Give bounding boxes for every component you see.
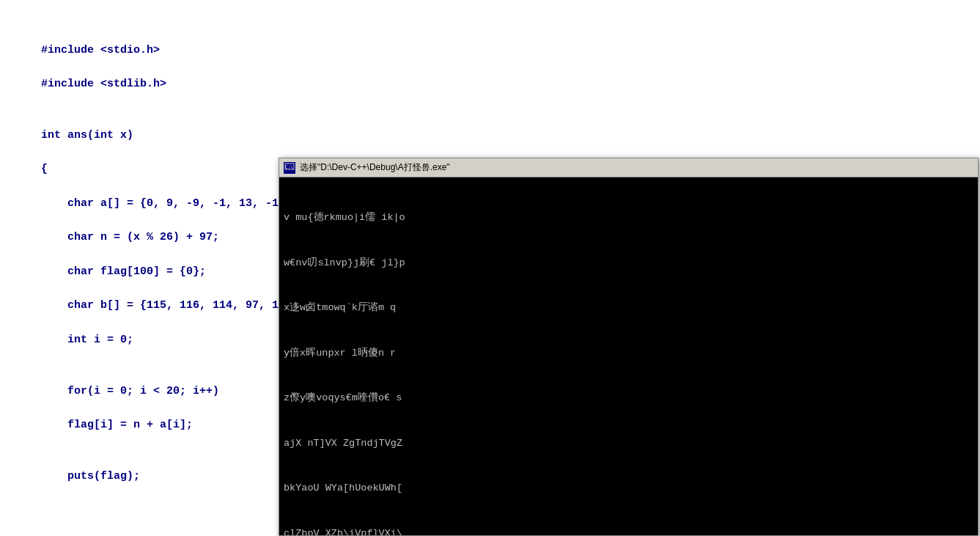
- svg-rect-2: [285, 170, 294, 172]
- terminal-line-4: y倍x晖unpxr l昞傻n r: [284, 346, 973, 361]
- terminal-line-6: ajX nT]VX ZgTndjTVgZ: [284, 436, 973, 452]
- terminal-window[interactable]: C:\ 选择"D:\Dev-C++\Debug\A打怪兽.exe" v mu{德…: [279, 158, 979, 536]
- terminal-titlebar: C:\ 选择"D:\Dev-C++\Debug\A打怪兽.exe": [279, 158, 978, 177]
- code-line-2: #include <stdio.h>: [15, 42, 965, 59]
- terminal-line-2: w€nv叨slnvp}j刷€ jl}p: [284, 256, 973, 271]
- terminal-line-1: v mu{德rkmuo|i儒 ik|o: [284, 210, 973, 226]
- terminal-line-5: z傺y噢voqys€m喹儹o€ s: [284, 391, 973, 406]
- terminal-line-3: x迻w卤tmowq`k厅谘m q: [284, 301, 973, 316]
- svg-text:C:\: C:\: [285, 164, 293, 169]
- terminal-line-7: bkYaoU WYa[hUoekUWh[: [284, 481, 973, 496]
- code-line-3: #include <stdlib.h>: [15, 76, 965, 92]
- terminal-body[interactable]: v mu{德rkmuo|i儒 ik|o w€nv叨slnvp}j刷€ jl}p …: [279, 177, 978, 535]
- code-line-5: int ans(int x): [15, 127, 965, 144]
- terminal-app-icon: C:\: [284, 162, 295, 174]
- terminal-title: 选择"D:\Dev-C++\Debug\A打怪兽.exe": [300, 161, 450, 174]
- terminal-line-8: clZbpV_XZb\iVpflVXi\: [284, 526, 973, 535]
